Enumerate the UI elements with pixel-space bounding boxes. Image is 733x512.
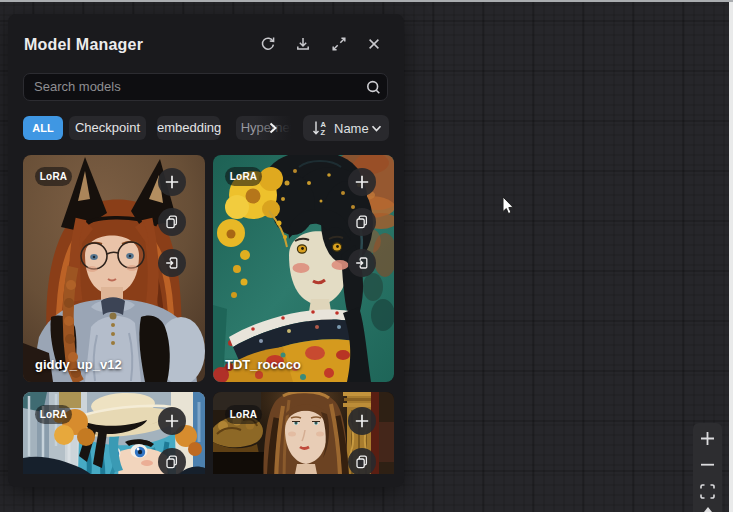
svg-text:Z: Z — [321, 128, 326, 137]
